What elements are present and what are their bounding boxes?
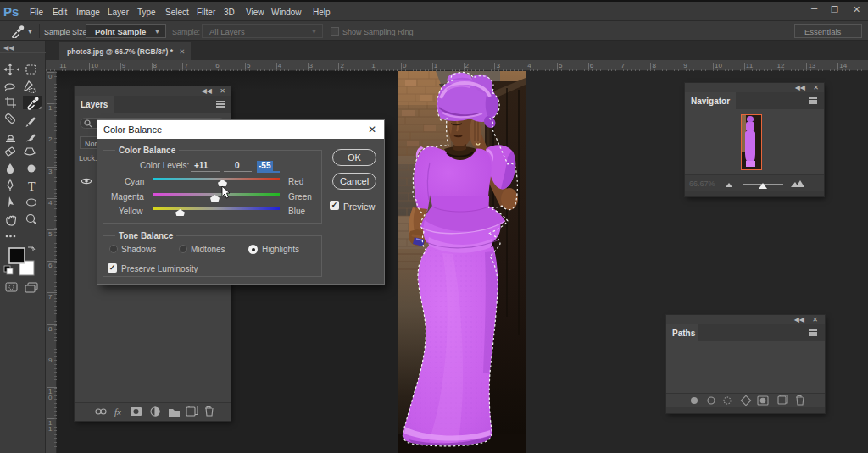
svg-text:fx: fx <box>114 406 121 417</box>
svg-text:T: T <box>28 180 36 193</box>
